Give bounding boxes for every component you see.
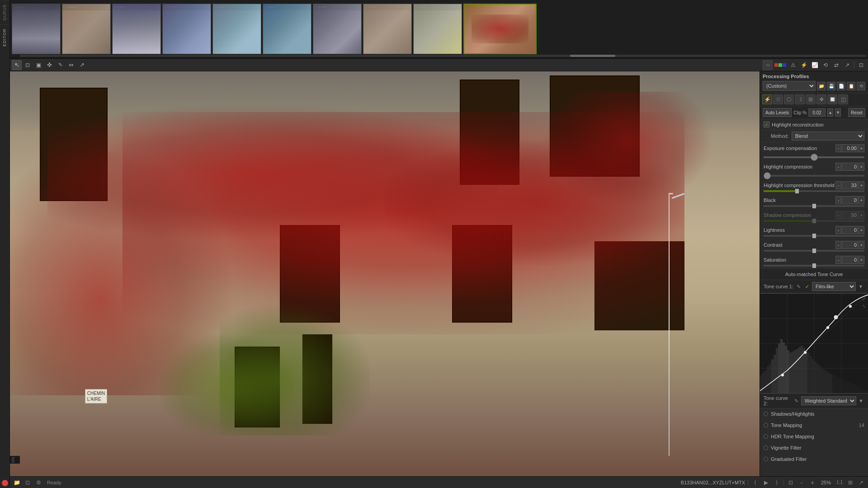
exp-plus-btn[interactable]: + [859, 144, 864, 152]
advanced-tab[interactable]: ☽ [795, 94, 805, 104]
transform-tab[interactable]: ⊞ [806, 94, 816, 104]
zoom-100-btn[interactable]: 1:1 [835, 479, 844, 487]
raw-tab[interactable]: ❖ [816, 94, 826, 104]
l-minus-btn[interactable]: - [835, 226, 841, 234]
open-file-btn[interactable]: 📁 [13, 479, 21, 487]
curve-shrink-btn[interactable]: ⤡ [861, 303, 867, 309]
filmstrip-thumb-1[interactable]: ⚙ 🗑 [12, 4, 61, 54]
minus-btn[interactable]: ↗ [77, 60, 87, 70]
prev-btn[interactable]: ⟨ [751, 479, 759, 487]
clip-step-up[interactable]: ▲ [827, 108, 833, 117]
saturation-input[interactable] [842, 256, 858, 264]
clip-input[interactable] [808, 108, 826, 117]
load-profile-btn[interactable]: 📁 [817, 82, 826, 90]
lightness-input[interactable] [842, 226, 858, 234]
zoom-out-btn[interactable]: - [797, 479, 806, 487]
settings-btn-status[interactable]: ⚙ [34, 479, 42, 487]
highlight-recon-row[interactable]: ✓ Highlight reconstruction [760, 119, 868, 130]
hc-plus-btn[interactable]: + [859, 163, 864, 171]
exp-minus-btn[interactable]: - [835, 144, 841, 152]
editor-tab[interactable]: Editor [0, 24, 9, 50]
hand-tool-btn[interactable]: ↖ [12, 60, 22, 70]
copy-profile-btn[interactable]: 📄 [837, 82, 845, 90]
reset-btn[interactable]: Reset [848, 108, 865, 117]
paste-profile-btn[interactable]: 📋 [847, 82, 855, 90]
queue-btn-status[interactable]: ⊡ [24, 479, 32, 487]
svg-point-59 [834, 315, 838, 319]
filmstrip-thumb-2[interactable]: ⚙ 🗑 [62, 4, 111, 54]
hct-minus-btn[interactable]: - [835, 181, 841, 189]
hct-plus-btn[interactable]: + [859, 181, 864, 189]
hc-minus-btn[interactable]: - [835, 163, 841, 171]
highlight-recon-checkbox[interactable]: ✓ [764, 122, 769, 127]
zoom-fit-btn[interactable]: ⊡ [787, 479, 795, 487]
exposure-tab[interactable]: ⚡ [762, 94, 772, 104]
auto-levels-btn[interactable]: Auto Levels [763, 108, 792, 117]
reset-profile-btn[interactable]: ⟲ [857, 82, 865, 90]
tone-curve-2-select[interactable]: Weighted Standard [801, 396, 856, 405]
export-btn[interactable]: ↗ [842, 60, 852, 70]
c-plus-btn[interactable]: + [859, 241, 864, 249]
exposure-comp-slider[interactable] [764, 156, 864, 158]
s-minus-btn[interactable]: - [835, 256, 841, 264]
play-btn[interactable]: ▶ [762, 479, 770, 487]
curve-expand-btn[interactable]: ⤢ [861, 296, 867, 302]
filmstrip-thumb-9[interactable]: ⚙ 🗑 [413, 4, 462, 54]
transform-tool-btn[interactable]: ▣ [33, 60, 43, 70]
flip-btn[interactable]: ⇄ [831, 60, 841, 70]
curve-btn[interactable]: 📈 [810, 60, 820, 70]
s-plus-btn[interactable]: + [859, 256, 864, 264]
fullscreen-status-btn[interactable]: ⊞ [846, 479, 854, 487]
arrows-btn[interactable]: ⟲ [821, 60, 830, 70]
wavelet-tab[interactable]: ◫ [838, 94, 848, 104]
tone-mapping-item[interactable]: Tone Mapping 14 [760, 420, 868, 431]
filmstrip-thumb-10-active[interactable]: ✓ 🗑 [463, 4, 537, 54]
arrow-btn[interactable]: ⇔ [66, 60, 76, 70]
expand-icon-2[interactable]: ▼ [858, 397, 864, 404]
black-minus-btn[interactable]: - [835, 196, 841, 204]
filmstrip-thumb-8[interactable]: ⚙ 🗑 [363, 4, 412, 54]
method-select[interactable]: Blend [792, 131, 864, 141]
expand-icon-1[interactable]: ▼ [857, 283, 864, 290]
highlight-comp-thresh-input[interactable] [842, 181, 858, 189]
filmstrip-thumb-5[interactable]: ⚙ 🗑 [212, 4, 261, 54]
next-btn[interactable]: ⟩ [773, 479, 781, 487]
add-btn[interactable]: ✜ [44, 60, 54, 70]
metadata-tab[interactable]: 🔲 [827, 94, 837, 104]
c-minus-btn[interactable]: - [835, 241, 841, 249]
check-icon-1[interactable]: ✓ [803, 283, 811, 290]
shadows-highlights-item[interactable]: Shadows/Highlights [760, 408, 868, 420]
contrast-input[interactable] [842, 241, 858, 249]
filmstrip-thumb-7[interactable]: ⚙ 🗑 [313, 4, 362, 54]
tone-curve-1-select[interactable]: Film-like [812, 282, 856, 291]
pencil-icon-2[interactable]: ✎ [793, 397, 800, 404]
save-profile-btn[interactable]: 💾 [827, 82, 835, 90]
highlight-comp-input[interactable] [842, 163, 858, 171]
filmstrip-thumb-6[interactable]: ⚙ 🗑 [263, 4, 311, 54]
warning2-btn[interactable]: ⚡ [799, 60, 809, 70]
black-plus-btn[interactable]: + [859, 196, 864, 204]
zoom-in-btn[interactable]: + [808, 479, 816, 487]
details-tab[interactable]: ☉ [773, 94, 783, 104]
export-status-btn[interactable]: ↗ [857, 479, 865, 487]
warning-btn[interactable]: ⚠ [788, 60, 798, 70]
filmstrip-thumb-4[interactable]: ⚙ 🗑 [162, 4, 211, 54]
edit-btn[interactable]: ✎ [55, 60, 65, 70]
black-input[interactable] [842, 196, 858, 204]
color-tab[interactable]: ⬡ [784, 94, 794, 104]
pencil-icon-1[interactable]: ✎ [795, 283, 802, 290]
filmstrip-thumb-3[interactable]: ⚙ 🗑 [112, 4, 161, 54]
profile-select[interactable]: (Custom) [763, 81, 816, 91]
vignette-filter-item[interactable]: Vignette Filter [760, 442, 868, 454]
clip-step-down[interactable]: ▼ [835, 108, 841, 117]
hdr-tone-mapping-item[interactable]: HDR Tone Mapping [760, 431, 868, 442]
exposure-comp-input[interactable] [842, 144, 858, 152]
crop-tool-btn[interactable]: ⊡ [23, 60, 33, 70]
histogram-btn[interactable]: ▭ [763, 60, 773, 70]
highlight-comp-slider[interactable] [764, 175, 864, 177]
fullscreen-btn[interactable]: ⊡ [856, 60, 866, 70]
graduated-filter-item[interactable]: Graduated Filter [760, 454, 868, 465]
queue-tab[interactable]: Queue [0, 0, 9, 24]
l-plus-btn[interactable]: + [859, 226, 864, 234]
svg-rect-35 [826, 371, 828, 393]
